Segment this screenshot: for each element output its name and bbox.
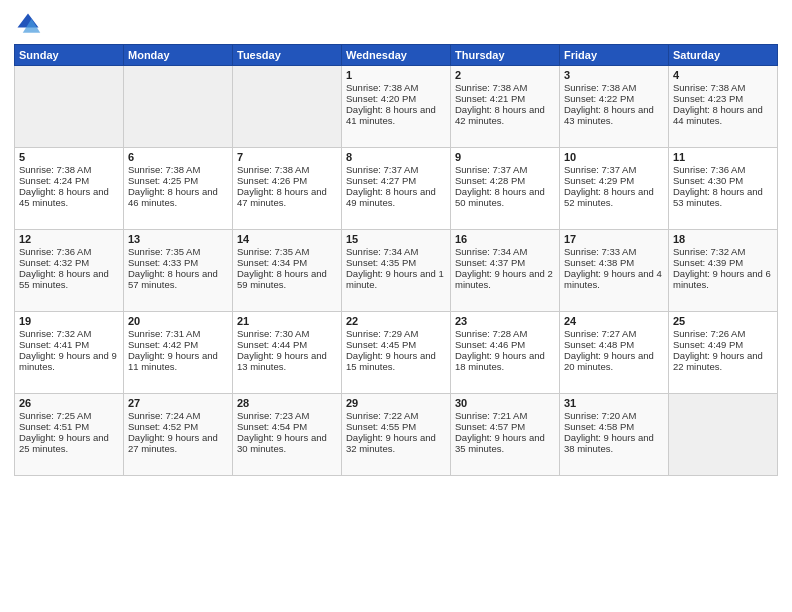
sunrise-line: Sunrise: 7:31 AM bbox=[128, 328, 200, 339]
sunrise-line: Sunrise: 7:37 AM bbox=[564, 164, 636, 175]
calendar-cell: 12Sunrise: 7:36 AMSunset: 4:32 PMDayligh… bbox=[15, 230, 124, 312]
daylight-line: Daylight: 8 hours and 41 minutes. bbox=[346, 104, 436, 126]
daylight-line: Daylight: 8 hours and 53 minutes. bbox=[673, 186, 763, 208]
sunrise-line: Sunrise: 7:36 AM bbox=[19, 246, 91, 257]
day-number: 18 bbox=[673, 233, 773, 245]
calendar-cell: 16Sunrise: 7:34 AMSunset: 4:37 PMDayligh… bbox=[451, 230, 560, 312]
col-thursday: Thursday bbox=[451, 45, 560, 66]
day-number: 2 bbox=[455, 69, 555, 81]
calendar-cell: 1Sunrise: 7:38 AMSunset: 4:20 PMDaylight… bbox=[342, 66, 451, 148]
sunrise-line: Sunrise: 7:20 AM bbox=[564, 410, 636, 421]
col-sunday: Sunday bbox=[15, 45, 124, 66]
calendar-cell: 31Sunrise: 7:20 AMSunset: 4:58 PMDayligh… bbox=[560, 394, 669, 476]
calendar-cell: 9Sunrise: 7:37 AMSunset: 4:28 PMDaylight… bbox=[451, 148, 560, 230]
daylight-line: Daylight: 8 hours and 42 minutes. bbox=[455, 104, 545, 126]
daylight-line: Daylight: 9 hours and 15 minutes. bbox=[346, 350, 436, 372]
sunrise-line: Sunrise: 7:26 AM bbox=[673, 328, 745, 339]
day-number: 22 bbox=[346, 315, 446, 327]
calendar-cell: 6Sunrise: 7:38 AMSunset: 4:25 PMDaylight… bbox=[124, 148, 233, 230]
col-tuesday: Tuesday bbox=[233, 45, 342, 66]
daylight-line: Daylight: 9 hours and 9 minutes. bbox=[19, 350, 117, 372]
day-number: 8 bbox=[346, 151, 446, 163]
calendar-week-4: 19Sunrise: 7:32 AMSunset: 4:41 PMDayligh… bbox=[15, 312, 778, 394]
sunset-line: Sunset: 4:49 PM bbox=[673, 339, 743, 350]
sunset-line: Sunset: 4:44 PM bbox=[237, 339, 307, 350]
sunset-line: Sunset: 4:24 PM bbox=[19, 175, 89, 186]
calendar-cell: 5Sunrise: 7:38 AMSunset: 4:24 PMDaylight… bbox=[15, 148, 124, 230]
sunset-line: Sunset: 4:37 PM bbox=[455, 257, 525, 268]
sunset-line: Sunset: 4:39 PM bbox=[673, 257, 743, 268]
col-wednesday: Wednesday bbox=[342, 45, 451, 66]
calendar-cell: 21Sunrise: 7:30 AMSunset: 4:44 PMDayligh… bbox=[233, 312, 342, 394]
daylight-line: Daylight: 9 hours and 6 minutes. bbox=[673, 268, 771, 290]
sunrise-line: Sunrise: 7:38 AM bbox=[673, 82, 745, 93]
calendar-cell: 24Sunrise: 7:27 AMSunset: 4:48 PMDayligh… bbox=[560, 312, 669, 394]
day-number: 12 bbox=[19, 233, 119, 245]
daylight-line: Daylight: 8 hours and 59 minutes. bbox=[237, 268, 327, 290]
sunrise-line: Sunrise: 7:29 AM bbox=[346, 328, 418, 339]
day-number: 29 bbox=[346, 397, 446, 409]
calendar-cell: 17Sunrise: 7:33 AMSunset: 4:38 PMDayligh… bbox=[560, 230, 669, 312]
day-number: 7 bbox=[237, 151, 337, 163]
sunset-line: Sunset: 4:28 PM bbox=[455, 175, 525, 186]
sunset-line: Sunset: 4:54 PM bbox=[237, 421, 307, 432]
sunrise-line: Sunrise: 7:25 AM bbox=[19, 410, 91, 421]
calendar-cell: 2Sunrise: 7:38 AMSunset: 4:21 PMDaylight… bbox=[451, 66, 560, 148]
daylight-line: Daylight: 8 hours and 47 minutes. bbox=[237, 186, 327, 208]
daylight-line: Daylight: 9 hours and 27 minutes. bbox=[128, 432, 218, 454]
daylight-line: Daylight: 9 hours and 38 minutes. bbox=[564, 432, 654, 454]
day-number: 25 bbox=[673, 315, 773, 327]
sunset-line: Sunset: 4:55 PM bbox=[346, 421, 416, 432]
calendar-cell: 28Sunrise: 7:23 AMSunset: 4:54 PMDayligh… bbox=[233, 394, 342, 476]
sunrise-line: Sunrise: 7:32 AM bbox=[19, 328, 91, 339]
sunrise-line: Sunrise: 7:22 AM bbox=[346, 410, 418, 421]
sunset-line: Sunset: 4:41 PM bbox=[19, 339, 89, 350]
calendar-cell: 14Sunrise: 7:35 AMSunset: 4:34 PMDayligh… bbox=[233, 230, 342, 312]
sunset-line: Sunset: 4:21 PM bbox=[455, 93, 525, 104]
sunset-line: Sunset: 4:46 PM bbox=[455, 339, 525, 350]
sunrise-line: Sunrise: 7:23 AM bbox=[237, 410, 309, 421]
page: Sunday Monday Tuesday Wednesday Thursday… bbox=[0, 0, 792, 612]
sunrise-line: Sunrise: 7:38 AM bbox=[19, 164, 91, 175]
calendar-cell: 4Sunrise: 7:38 AMSunset: 4:23 PMDaylight… bbox=[669, 66, 778, 148]
sunset-line: Sunset: 4:35 PM bbox=[346, 257, 416, 268]
calendar-cell: 30Sunrise: 7:21 AMSunset: 4:57 PMDayligh… bbox=[451, 394, 560, 476]
sunset-line: Sunset: 4:26 PM bbox=[237, 175, 307, 186]
day-number: 26 bbox=[19, 397, 119, 409]
daylight-line: Daylight: 8 hours and 52 minutes. bbox=[564, 186, 654, 208]
col-monday: Monday bbox=[124, 45, 233, 66]
daylight-line: Daylight: 8 hours and 50 minutes. bbox=[455, 186, 545, 208]
daylight-line: Daylight: 9 hours and 11 minutes. bbox=[128, 350, 218, 372]
sunrise-line: Sunrise: 7:37 AM bbox=[455, 164, 527, 175]
daylight-line: Daylight: 8 hours and 55 minutes. bbox=[19, 268, 109, 290]
sunrise-line: Sunrise: 7:34 AM bbox=[455, 246, 527, 257]
calendar-cell: 3Sunrise: 7:38 AMSunset: 4:22 PMDaylight… bbox=[560, 66, 669, 148]
calendar-cell: 15Sunrise: 7:34 AMSunset: 4:35 PMDayligh… bbox=[342, 230, 451, 312]
sunrise-line: Sunrise: 7:38 AM bbox=[128, 164, 200, 175]
day-number: 20 bbox=[128, 315, 228, 327]
sunset-line: Sunset: 4:42 PM bbox=[128, 339, 198, 350]
sunrise-line: Sunrise: 7:36 AM bbox=[673, 164, 745, 175]
day-number: 13 bbox=[128, 233, 228, 245]
day-number: 11 bbox=[673, 151, 773, 163]
day-number: 15 bbox=[346, 233, 446, 245]
daylight-line: Daylight: 9 hours and 4 minutes. bbox=[564, 268, 662, 290]
calendar-header: Sunday Monday Tuesday Wednesday Thursday… bbox=[15, 45, 778, 66]
sunrise-line: Sunrise: 7:21 AM bbox=[455, 410, 527, 421]
calendar-cell: 20Sunrise: 7:31 AMSunset: 4:42 PMDayligh… bbox=[124, 312, 233, 394]
day-number: 16 bbox=[455, 233, 555, 245]
day-number: 23 bbox=[455, 315, 555, 327]
daylight-line: Daylight: 9 hours and 13 minutes. bbox=[237, 350, 327, 372]
header-row: Sunday Monday Tuesday Wednesday Thursday… bbox=[15, 45, 778, 66]
day-number: 21 bbox=[237, 315, 337, 327]
logo bbox=[14, 10, 46, 38]
daylight-line: Daylight: 9 hours and 25 minutes. bbox=[19, 432, 109, 454]
sunset-line: Sunset: 4:32 PM bbox=[19, 257, 89, 268]
daylight-line: Daylight: 8 hours and 44 minutes. bbox=[673, 104, 763, 126]
day-number: 31 bbox=[564, 397, 664, 409]
sunset-line: Sunset: 4:29 PM bbox=[564, 175, 634, 186]
sunrise-line: Sunrise: 7:33 AM bbox=[564, 246, 636, 257]
calendar-cell: 29Sunrise: 7:22 AMSunset: 4:55 PMDayligh… bbox=[342, 394, 451, 476]
sunrise-line: Sunrise: 7:27 AM bbox=[564, 328, 636, 339]
sunset-line: Sunset: 4:45 PM bbox=[346, 339, 416, 350]
